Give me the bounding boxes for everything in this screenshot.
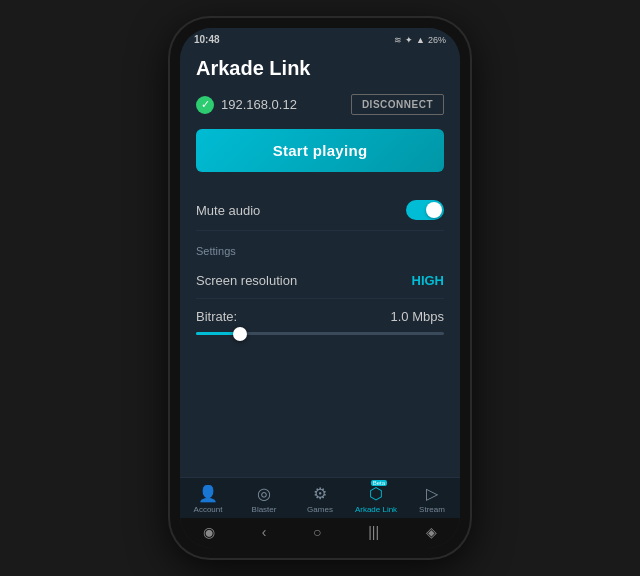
account-label: Account [194, 505, 223, 514]
mute-audio-toggle[interactable] [406, 200, 444, 220]
mute-audio-label: Mute audio [196, 203, 260, 218]
blaster-label: Blaster [252, 505, 277, 514]
stream-label: Stream [419, 505, 445, 514]
phone-frame: 10:48 ≋ ✦ ▲ 26% Arkade Link ✓ 192.168.0.… [170, 18, 470, 558]
nav-item-games[interactable]: ⚙ Games [292, 484, 348, 514]
nav-item-account[interactable]: 👤 Account [180, 484, 236, 514]
bitrate-header: Bitrate: 1.0 Mbps [196, 309, 444, 324]
account-icon: 👤 [198, 484, 218, 503]
nav-item-stream[interactable]: ▷ Stream [404, 484, 460, 514]
wifi-icon: ≋ [394, 35, 402, 45]
bottom-nav: 👤 Account ◎ Blaster ⚙ Games ⬡ Beta Arkad… [180, 477, 460, 518]
arkade-link-icon: ⬡ [369, 485, 383, 502]
arkade-link-icon-wrap: ⬡ Beta [369, 484, 383, 503]
ip-address: 192.168.0.12 [221, 97, 297, 112]
home-button[interactable]: ○ [313, 524, 321, 540]
toggle-knob [426, 202, 442, 218]
stream-icon: ▷ [426, 484, 438, 503]
start-playing-button[interactable]: Start playing [196, 129, 444, 172]
slider-thumb[interactable] [233, 327, 247, 341]
nav-item-arkade-link[interactable]: ⬡ Beta Arkade Link [348, 484, 404, 514]
connection-status: ✓ 192.168.0.12 [196, 96, 297, 114]
disconnect-button[interactable]: DISCONNECT [351, 94, 444, 115]
phone-screen: 10:48 ≋ ✦ ▲ 26% Arkade Link ✓ 192.168.0.… [180, 28, 460, 548]
screen-resolution-label: Screen resolution [196, 273, 297, 288]
bitrate-row: Bitrate: 1.0 Mbps [196, 299, 444, 345]
status-bar: 10:48 ≋ ✦ ▲ 26% [180, 28, 460, 49]
accessibility-button[interactable]: ◉ [203, 524, 215, 540]
page-title: Arkade Link [196, 57, 444, 80]
bitrate-slider[interactable] [196, 332, 444, 335]
bitrate-label: Bitrate: [196, 309, 237, 324]
screen-resolution-value[interactable]: HIGH [412, 273, 445, 288]
back-button[interactable]: ‹ [262, 524, 267, 540]
status-time: 10:48 [194, 34, 220, 45]
bitrate-value: 1.0 Mbps [391, 309, 444, 324]
games-icon: ⚙ [313, 484, 327, 503]
blaster-icon: ◎ [257, 484, 271, 503]
system-nav: ◉ ‹ ○ ||| ◈ [180, 518, 460, 548]
status-icons: ≋ ✦ ▲ 26% [394, 35, 446, 45]
recents-button[interactable]: ||| [368, 524, 379, 540]
connection-row: ✓ 192.168.0.12 DISCONNECT [196, 94, 444, 115]
signal-icon: ▲ [416, 35, 425, 45]
settings-section-label: Settings [196, 245, 444, 257]
assistant-button[interactable]: ◈ [426, 524, 437, 540]
mute-audio-row: Mute audio [196, 190, 444, 231]
beta-badge: Beta [371, 480, 387, 486]
nav-item-blaster[interactable]: ◎ Blaster [236, 484, 292, 514]
screen-resolution-row: Screen resolution HIGH [196, 263, 444, 299]
connected-icon: ✓ [196, 96, 214, 114]
arkade-link-label: Arkade Link [355, 505, 397, 514]
app-content: Arkade Link ✓ 192.168.0.12 DISCONNECT St… [180, 49, 460, 477]
games-label: Games [307, 505, 333, 514]
bluetooth-icon: ✦ [405, 35, 413, 45]
battery-icon: 26% [428, 35, 446, 45]
